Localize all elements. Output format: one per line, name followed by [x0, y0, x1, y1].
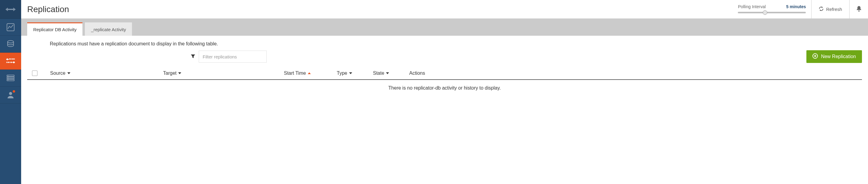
tab-replicate-activity[interactable]: _replicate Activity — [85, 22, 132, 36]
database-icon — [7, 40, 14, 48]
empty-state-message: There is no replicator-db activity or hi… — [27, 80, 862, 96]
svg-point-15 — [8, 75, 8, 76]
column-actions: Actions — [409, 71, 862, 76]
chart-icon — [7, 23, 14, 31]
sidebar-item-collapse[interactable] — [0, 0, 21, 19]
sort-asc-icon — [308, 72, 311, 74]
notification-dot-icon — [13, 90, 15, 93]
new-replication-button[interactable]: New Replication — [806, 50, 862, 63]
svg-rect-3 — [9, 58, 10, 60]
filter-input[interactable] — [199, 51, 267, 63]
column-select-all[interactable] — [27, 71, 42, 76]
header: Replication Polling Interval 5 minutes R… — [21, 0, 868, 19]
refresh-label: Refresh — [826, 7, 842, 12]
sidebar-item-databases[interactable] — [0, 36, 21, 53]
select-all-checkbox[interactable] — [32, 71, 37, 76]
svg-rect-5 — [12, 58, 13, 60]
svg-rect-4 — [11, 58, 12, 60]
polling-slider[interactable] — [738, 10, 806, 15]
polling-label: Polling Interval — [738, 4, 766, 9]
column-state[interactable]: State — [373, 71, 409, 76]
svg-rect-8 — [7, 62, 9, 63]
svg-rect-10 — [10, 62, 12, 63]
toolbar: New Replication — [27, 50, 862, 63]
svg-rect-6 — [14, 58, 15, 60]
table-header: Source Target Start Time Type — [27, 67, 862, 80]
sidebar — [0, 0, 21, 184]
svg-marker-11 — [12, 61, 15, 63]
refresh-icon — [819, 6, 824, 12]
servers-icon — [7, 75, 14, 81]
table: Source Target Start Time Type — [27, 67, 862, 96]
bell-icon — [856, 5, 862, 13]
chevron-down-icon — [349, 72, 352, 74]
column-start-time[interactable]: Start Time — [284, 71, 337, 76]
polling-interval-control[interactable]: Polling Interval 5 minutes — [738, 4, 811, 15]
sidebar-item-active-tasks[interactable] — [0, 19, 21, 36]
chevron-down-icon — [67, 72, 70, 74]
page-title: Replication — [27, 4, 69, 14]
tab-replicator-db-activity[interactable]: Replicator DB Activity — [27, 22, 83, 36]
content: Replications must have a replication doc… — [21, 36, 868, 96]
notifications-button[interactable] — [849, 0, 868, 19]
svg-marker-2 — [6, 58, 9, 60]
replication-icon — [6, 57, 15, 65]
arrows-horizontal-icon — [5, 7, 16, 12]
svg-point-1 — [7, 41, 13, 43]
svg-rect-7 — [6, 62, 7, 63]
svg-point-18 — [9, 92, 12, 95]
sidebar-item-config[interactable] — [0, 70, 21, 86]
svg-point-16 — [8, 77, 8, 78]
plus-circle-icon — [812, 53, 818, 60]
sidebar-item-user[interactable] — [0, 86, 21, 104]
svg-point-17 — [8, 80, 8, 80]
column-source[interactable]: Source — [42, 71, 163, 76]
column-target[interactable]: Target — [163, 71, 284, 76]
polling-value: 5 minutes — [786, 4, 806, 9]
column-type[interactable]: Type — [337, 71, 373, 76]
new-replication-label: New Replication — [821, 54, 856, 59]
filter-icon — [191, 54, 195, 59]
chevron-down-icon — [178, 72, 181, 74]
refresh-button[interactable]: Refresh — [811, 0, 849, 19]
svg-rect-9 — [9, 62, 10, 63]
sidebar-item-replication[interactable] — [0, 53, 21, 70]
main: Replication Polling Interval 5 minutes R… — [21, 0, 868, 184]
hint-text: Replications must have a replication doc… — [50, 41, 862, 47]
chevron-down-icon — [386, 72, 389, 74]
tab-strip: Replicator DB Activity _replicate Activi… — [21, 19, 868, 36]
